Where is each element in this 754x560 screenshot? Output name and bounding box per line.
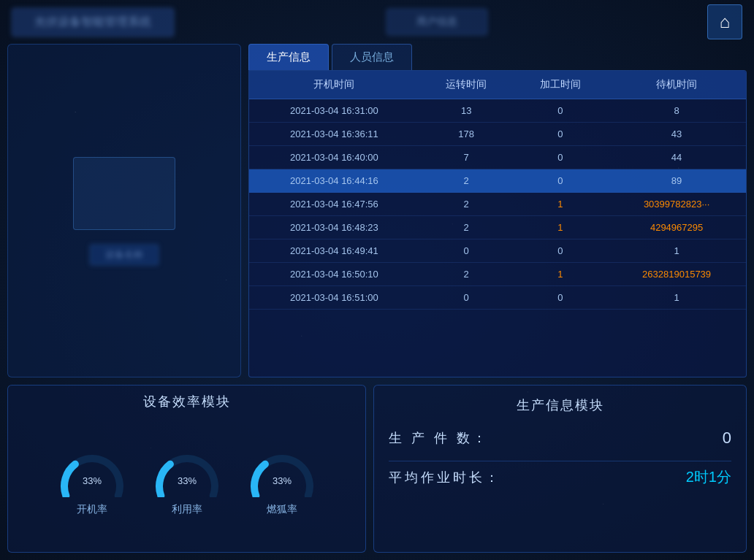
cell-time: 2021-03-04 16:40:00 [249,146,419,169]
cell-process: 0 [513,99,607,123]
table-container: 开机时间 运转时间 加工时间 待机时间 2021-03-04 16:31:001… [248,70,747,377]
cell-standby: 89 [607,169,746,193]
cell-runtime: 2 [419,193,514,216]
gauges-row: 33% 开机率 33% 利用率 33% 燃狐率 [59,418,315,545]
cell-process: 0 [513,239,607,263]
svg-text:33%: 33% [82,475,101,486]
svg-text:33%: 33% [272,475,291,486]
bottom-panels: 设备效率模块 33% 开机率 33% 利用率 33% 燃狐率 生产信息模块 生 [0,385,754,560]
header-right-blur: 用户信息 [386,9,487,35]
cell-standby: 30399782823··· [607,193,746,216]
cell-time: 2021-03-04 16:47:56 [249,193,419,216]
data-table: 开机时间 运转时间 加工时间 待机时间 2021-03-04 16:31:001… [249,71,746,310]
cell-process: 1 [513,193,607,216]
header-title-blur: 光伏设备智能管理系统 [12,8,174,37]
col-header-process: 加工时间 [513,71,607,99]
cell-standby: 43 [607,123,746,146]
cell-process: 1 [513,216,607,239]
production-value: 0 [673,429,731,448]
cell-runtime: 0 [419,239,514,263]
gauge-svg: 33% [154,446,220,497]
main-content: 设备名称 生产信息 人员信息 开机时间 运转时间 加工时间 待机时间 [0,44,754,385]
header: 光伏设备智能管理系统 用户信息 ⌂ [0,0,754,44]
home-icon: ⌂ [720,12,731,32]
cell-runtime: 2 [419,216,514,239]
divider [389,461,731,461]
production-rows: 生 产 件 数：0平均作业时长：2时1分 [389,429,731,500]
cell-process: 0 [513,286,607,310]
table-row[interactable]: 2021-03-04 16:47:562130399782823··· [249,193,746,216]
gauge-item: 33% 利用率 [154,446,220,516]
col-header-standby: 待机时间 [607,71,746,99]
cell-process: 0 [513,146,607,169]
table-row[interactable]: 2021-03-04 16:36:11178043 [249,123,746,146]
cell-time: 2021-03-04 16:50:10 [249,263,419,286]
col-header-time: 开机时间 [249,71,419,99]
production-label: 生 产 件 数： [389,429,489,447]
table-row[interactable]: 2021-03-04 16:50:10212632819015739 [249,263,746,286]
cell-runtime: 178 [419,123,514,146]
production-info-row: 平均作业时长：2时1分 [389,467,731,487]
gauge-label: 利用率 [172,503,202,516]
cell-time: 2021-03-04 16:49:41 [249,239,419,263]
cell-standby: 4294967295 [607,216,746,239]
cell-standby: 1 [607,239,746,263]
left-panel: 设备名称 [7,44,241,377]
table-body: 2021-03-04 16:31:0013082021-03-04 16:36:… [249,99,746,310]
table-row[interactable]: 2021-03-04 16:49:41001 [249,239,746,263]
cell-runtime: 2 [419,263,514,286]
cell-time: 2021-03-04 16:44:16 [249,169,419,193]
tab-production[interactable]: 生产信息 [248,44,329,70]
production-info-row: 生 产 件 数：0 [389,429,731,448]
home-button[interactable]: ⌂ [707,4,742,39]
machine-image [73,157,175,230]
table-row[interactable]: 2021-03-04 16:40:007044 [249,146,746,169]
cell-standby: 1 [607,286,746,310]
table-row[interactable]: 2021-03-04 16:31:001308 [249,99,746,123]
cell-time: 2021-03-04 16:51:00 [249,286,419,310]
production-title: 生产信息模块 [389,396,731,414]
cell-process: 0 [513,123,607,146]
table-row[interactable]: 2021-03-04 16:48:23214294967295 [249,216,746,239]
page-wrapper: 光伏设备智能管理系统 用户信息 ⌂ 设备名称 生产信息 人员信息 [0,0,754,560]
cell-process: 0 [513,169,607,193]
gauge-label: 开机率 [77,503,107,516]
efficiency-title: 设备效率模块 [143,393,231,410]
gauge-svg: 33% [59,446,125,497]
tabs-container: 生产信息 人员信息 [248,44,747,70]
production-value: 2时1分 [673,467,731,487]
col-header-runtime: 运转时间 [419,71,514,99]
right-panel: 生产信息 人员信息 开机时间 运转时间 加工时间 待机时间 2021-0 [248,44,747,377]
gauge-item: 33% 开机率 [59,446,125,516]
cell-standby: 2632819015739 [607,263,746,286]
cell-runtime: 0 [419,286,514,310]
table-row[interactable]: 2021-03-04 16:44:162089 [249,169,746,193]
tab-personnel[interactable]: 人员信息 [332,44,412,70]
cell-runtime: 2 [419,169,514,193]
cell-runtime: 7 [419,146,514,169]
table-row[interactable]: 2021-03-04 16:51:00001 [249,286,746,310]
cell-time: 2021-03-04 16:31:00 [249,99,419,123]
cell-runtime: 13 [419,99,514,123]
cell-standby: 8 [607,99,746,123]
production-module: 生产信息模块 生 产 件 数：0平均作业时长：2时1分 [373,385,747,553]
cell-process: 1 [513,263,607,286]
gauge-svg: 33% [249,446,315,497]
efficiency-module: 设备效率模块 33% 开机率 33% 利用率 33% 燃狐率 [7,385,366,553]
gauge-label: 燃狐率 [267,503,297,516]
cell-time: 2021-03-04 16:48:23 [249,216,419,239]
svg-text:33%: 33% [177,475,196,486]
gauge-item: 33% 燃狐率 [249,446,315,516]
production-label: 平均作业时长： [389,469,501,486]
cell-time: 2021-03-04 16:36:11 [249,123,419,146]
table-header-row: 开机时间 运转时间 加工时间 待机时间 [249,71,746,99]
cell-standby: 44 [607,146,746,169]
machine-label: 设备名称 [90,245,159,265]
